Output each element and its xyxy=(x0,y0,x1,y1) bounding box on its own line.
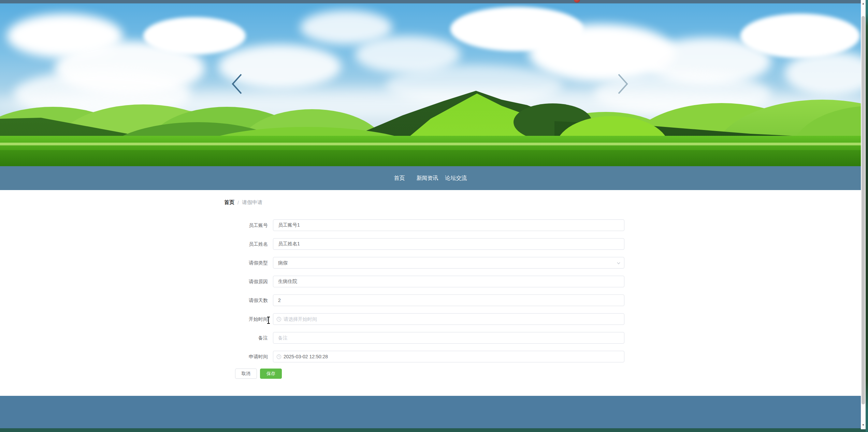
leave-reason-field xyxy=(273,276,624,287)
scrollbar-down-arrow[interactable]: ▼ xyxy=(861,422,866,428)
remark-field xyxy=(273,332,624,344)
remark-input[interactable] xyxy=(273,332,624,343)
leave-days-label: 请假天数 xyxy=(224,294,268,306)
breadcrumb-separator: / xyxy=(237,200,239,205)
apply-time-field xyxy=(273,351,624,362)
remark-label: 备注 xyxy=(224,332,268,344)
leave-type-label: 请假类型 xyxy=(224,257,268,269)
hero-field-dark xyxy=(0,150,861,166)
hero-field-light-band xyxy=(0,143,861,145)
start-time-input[interactable] xyxy=(273,314,624,325)
nav-item-home[interactable]: 首页 xyxy=(391,175,408,182)
apply-time-label: 申请时间 xyxy=(224,351,268,362)
page-footer xyxy=(0,396,861,428)
cloud xyxy=(740,14,860,58)
save-button[interactable]: 保存 xyxy=(260,369,282,379)
leave-type-select[interactable]: 病假 xyxy=(273,257,624,269)
carousel-next-arrow[interactable] xyxy=(614,73,631,95)
employee-name-field xyxy=(273,238,624,250)
leave-days-field xyxy=(273,294,624,306)
leave-reason-input[interactable] xyxy=(273,276,624,287)
text-cursor xyxy=(267,317,270,324)
leave-days-input[interactable] xyxy=(273,295,624,306)
chevron-down-icon xyxy=(617,261,621,265)
employee-name-label: 员工姓名 xyxy=(224,238,268,250)
start-time-field xyxy=(273,313,624,325)
form-row-leave-type: 请假类型 病假 xyxy=(224,257,627,269)
scrollbar-up-arrow[interactable]: ▲ xyxy=(861,1,866,6)
nav-item-forum[interactable]: 论坛交流 xyxy=(442,175,471,182)
bottom-edge-strip xyxy=(0,428,868,432)
employee-account-label: 员工账号 xyxy=(224,219,268,231)
leave-reason-label: 请假原因 xyxy=(224,276,268,287)
breadcrumb-home-link[interactable]: 首页 xyxy=(224,199,234,206)
breadcrumb: 首页 / 请假申请 xyxy=(224,199,262,206)
employee-name-input[interactable] xyxy=(273,239,624,249)
screen-right-edge-strip xyxy=(866,0,868,432)
employee-account-input[interactable] xyxy=(273,220,624,231)
vertical-scrollbar[interactable]: ▲ ▼ xyxy=(861,0,866,429)
form-row-leave-reason: 请假原因 xyxy=(224,276,627,287)
window-top-bar xyxy=(0,0,861,3)
form-row-remark: 备注 xyxy=(224,332,627,344)
form-row-start-time: 开始时间 xyxy=(224,313,627,325)
scrollbar-thumb[interactable] xyxy=(862,16,865,404)
main-nav: 首页 新闻资讯 论坛交流 xyxy=(0,166,861,190)
form-row-leave-days: 请假天数 xyxy=(224,294,627,306)
form-row-employee-name: 员工姓名 xyxy=(224,238,627,250)
form-row-employee-account: 员工账号 xyxy=(224,219,627,231)
employee-account-field xyxy=(273,219,624,231)
carousel-prev-arrow[interactable] xyxy=(229,73,245,95)
leave-type-selected-value: 病假 xyxy=(278,257,288,268)
nav-item-news[interactable]: 新闻资讯 xyxy=(413,175,442,182)
start-time-label: 开始时间 xyxy=(224,313,268,325)
cancel-button[interactable]: 取消 xyxy=(235,369,257,379)
main-content: 首页 / 请假申请 员工账号 员工姓名 请假类型 病假 请假原因 xyxy=(0,190,861,396)
form-row-apply-time: 申请时间 xyxy=(224,351,627,362)
form-actions: 取消 保存 xyxy=(235,369,282,379)
apply-time-input[interactable] xyxy=(273,351,624,362)
breadcrumb-current: 请假申请 xyxy=(242,199,262,206)
cloud xyxy=(143,17,246,55)
hero-carousel xyxy=(0,3,861,166)
